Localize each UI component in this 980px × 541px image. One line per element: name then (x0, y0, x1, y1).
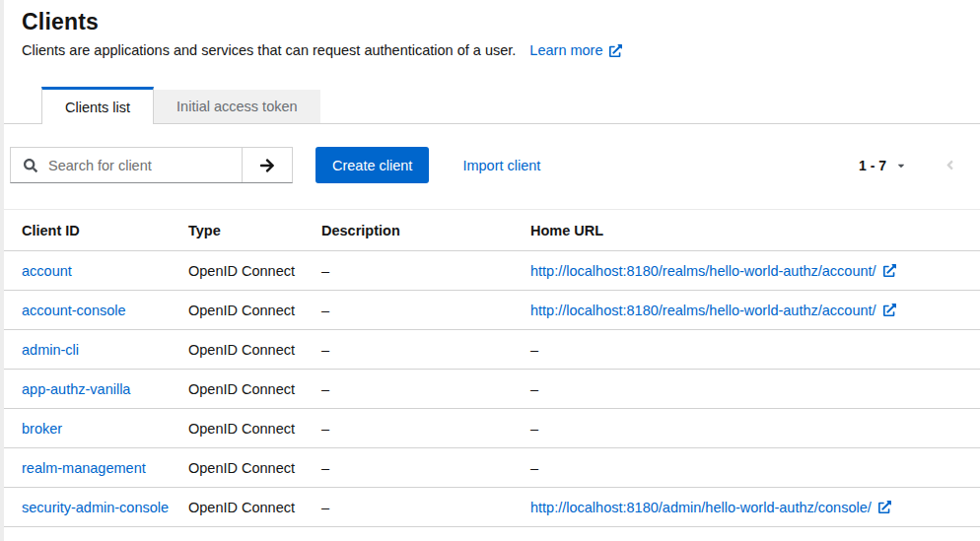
chevron-left-icon (945, 158, 954, 172)
search-input[interactable] (40, 148, 242, 182)
table-row: admin-cliOpenID Connect–– (0, 330, 980, 370)
client-description-cell: – (321, 291, 530, 330)
home-url-text: http://localhost:8180/realms/hello-world… (530, 263, 876, 279)
column-header-description: Description (321, 210, 530, 251)
home-url-empty: – (530, 421, 538, 437)
table-row: account-consoleOpenID Connect–http://loc… (0, 291, 980, 330)
home-url-cell: – (530, 370, 980, 409)
table-row: brokerOpenID Connect–– (0, 409, 980, 448)
home-url-empty: – (530, 381, 538, 397)
tabs: Clients list Initial access token (0, 87, 980, 124)
home-url-text: http://localhost:8180/realms/hello-world… (530, 303, 876, 318)
home-url-link[interactable]: http://localhost:8180/realms/hello-world… (530, 263, 896, 279)
external-link-icon (878, 501, 891, 513)
clients-table: Client ID Type Description Home URL acco… (0, 209, 980, 527)
client-type-cell: OpenID Connect (188, 448, 321, 488)
client-description-cell: – (321, 448, 530, 488)
home-url-empty: – (530, 342, 538, 358)
client-description-cell: – (321, 488, 530, 527)
left-edge-strip (0, 0, 4, 541)
tab-initial-access-token[interactable]: Initial access token (154, 90, 320, 123)
search-icon (11, 148, 40, 182)
client-id-cell: app-authz-vanilla (0, 370, 188, 409)
pagination-range: 1 - 7 (859, 158, 886, 173)
tab-initial-access-token-label: Initial access token (176, 99, 298, 114)
client-type-cell: OpenID Connect (188, 370, 321, 409)
learn-more-label: Learn more (529, 42, 602, 58)
previous-page-button[interactable] (945, 158, 954, 172)
home-url-cell: – (530, 409, 980, 448)
table-header-row: Client ID Type Description Home URL (0, 210, 980, 251)
client-description-cell: – (321, 330, 530, 370)
client-id-link[interactable]: broker (22, 421, 62, 437)
home-url-cell: http://localhost:8180/realms/hello-world… (530, 251, 980, 291)
client-id-cell: broker (0, 409, 188, 448)
client-search-group (10, 147, 293, 183)
page-header: Clients Clients are applications and ser… (0, 0, 980, 58)
home-url-link[interactable]: http://localhost:8180/admin/hello-world-… (530, 500, 891, 515)
client-id-link[interactable]: realm-management (22, 460, 146, 476)
arrow-right-icon (259, 158, 275, 173)
create-client-button[interactable]: Create client (315, 147, 429, 183)
tab-clients-list-label: Clients list (65, 100, 130, 115)
client-description-cell: – (321, 370, 530, 409)
client-id-link[interactable]: admin-cli (22, 342, 79, 358)
caret-down-icon (896, 161, 906, 170)
home-url-empty: – (530, 460, 538, 476)
client-id-link[interactable]: account-console (22, 303, 126, 318)
client-id-cell: security-admin-console (0, 488, 188, 527)
pagination: 1 - 7 (859, 158, 954, 173)
external-link-icon (883, 264, 896, 277)
tab-clients-list[interactable]: Clients list (41, 87, 154, 124)
column-header-home-url: Home URL (530, 210, 980, 251)
client-id-cell: admin-cli (0, 330, 188, 370)
import-client-link[interactable]: Import client (462, 158, 540, 173)
client-type-cell: OpenID Connect (188, 488, 321, 527)
home-url-cell: – (530, 330, 980, 370)
client-description-cell: – (321, 251, 530, 291)
external-link-icon (609, 44, 622, 57)
table-row: accountOpenID Connect–http://localhost:8… (0, 251, 980, 291)
client-type-cell: OpenID Connect (188, 251, 321, 291)
pagination-toggle[interactable]: 1 - 7 (859, 158, 906, 173)
learn-more-link[interactable]: Learn more (529, 42, 621, 58)
home-url-text: http://localhost:8180/admin/hello-world-… (530, 500, 872, 515)
page-title: Clients (22, 9, 956, 35)
search-submit-button[interactable] (242, 148, 292, 182)
client-description-cell: – (321, 409, 530, 448)
toolbar: Create client Import client 1 - 7 (0, 147, 980, 183)
table-row: security-admin-consoleOpenID Connect–htt… (0, 488, 980, 527)
client-type-cell: OpenID Connect (188, 291, 321, 330)
client-type-cell: OpenID Connect (188, 409, 321, 448)
table-row: app-authz-vanillaOpenID Connect–– (0, 370, 980, 409)
page-subtitle-row: Clients are applications and services th… (22, 42, 956, 58)
home-url-cell: http://localhost:8180/realms/hello-world… (530, 291, 980, 330)
client-id-link[interactable]: account (22, 263, 72, 279)
table-row: realm-managementOpenID Connect–– (0, 448, 980, 488)
client-id-link[interactable]: security-admin-console (22, 500, 169, 515)
external-link-icon (883, 304, 896, 316)
clients-table-body: accountOpenID Connect–http://localhost:8… (0, 251, 980, 527)
column-header-client-id: Client ID (0, 210, 188, 251)
home-url-cell: – (530, 448, 980, 488)
client-id-cell: realm-management (0, 448, 188, 488)
client-type-cell: OpenID Connect (188, 330, 321, 370)
client-id-cell: account (0, 251, 188, 291)
home-url-cell: http://localhost:8180/admin/hello-world-… (530, 488, 980, 527)
page-subtitle: Clients are applications and services th… (22, 42, 516, 58)
client-id-cell: account-console (0, 291, 188, 330)
home-url-link[interactable]: http://localhost:8180/realms/hello-world… (530, 303, 896, 318)
column-header-type: Type (188, 210, 321, 251)
client-id-link[interactable]: app-authz-vanilla (22, 381, 130, 397)
